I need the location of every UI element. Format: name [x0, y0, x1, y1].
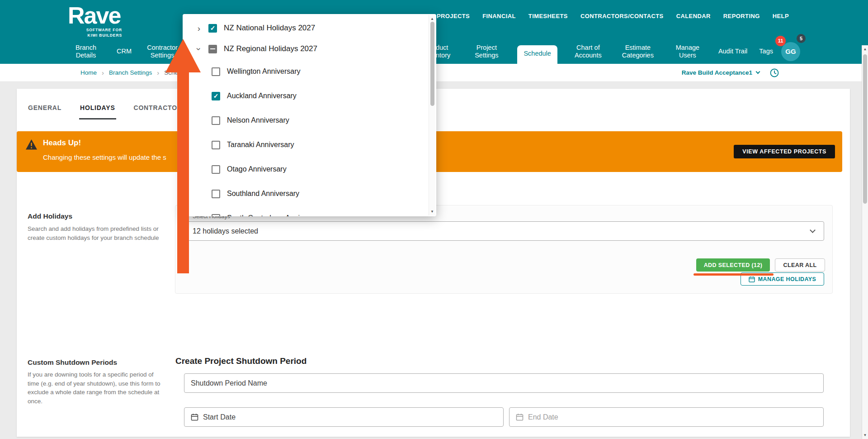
checkbox-unchecked-icon[interactable] [212, 141, 220, 149]
holiday-group-label: NZ Regional Holidays 2027 [224, 44, 317, 53]
subnav-item-contractor-settings[interactable]: Contractor Settings [143, 44, 181, 59]
chevron-right-icon[interactable]: › [193, 24, 204, 33]
subnav-item-audit-trail[interactable]: Audit Trail [718, 48, 747, 55]
page-scrollbar[interactable]: ▲ ▼ [862, 45, 868, 439]
main-nav: CRMPROJECTSFINANCIALTIMESHEETSCONTRACTOR… [410, 13, 789, 19]
scroll-down-icon[interactable]: ▼ [862, 433, 868, 437]
settings-tabs: GENERALHOLIDAYSCONTRACTORS [27, 104, 188, 119]
manage-holidays-calendar-icon [749, 276, 755, 282]
calendar-icon [191, 413, 198, 421]
add-holidays-description: Search and add holidays from predefined … [28, 224, 169, 242]
checkbox-checked-icon[interactable]: ✓ [208, 24, 217, 33]
brand-tagline: SOFTWARE FOR KIWI BUILDERS [68, 28, 122, 38]
manage-holidays-button[interactable]: MANAGE HOLIDAYS [741, 272, 824, 286]
subnav-item-estimate-categories[interactable]: Estimate Categories [619, 44, 657, 59]
checkbox-unchecked-icon[interactable] [212, 214, 220, 217]
banner-message: Changing these settings will update the … [43, 153, 166, 161]
scroll-up-icon[interactable]: ▲ [429, 17, 435, 21]
breadcrumb-item-home[interactable]: Home [80, 69, 97, 76]
main-nav-item-timesheets[interactable]: TIMESHEETS [528, 13, 568, 19]
end-date-input[interactable] [528, 413, 817, 421]
chevron-down-icon [810, 227, 816, 233]
chevron-down-icon [756, 70, 760, 74]
subnav-item-branch-details[interactable]: Branch Details [67, 44, 105, 59]
subnav-item-manage-users[interactable]: Manage Users [669, 44, 707, 59]
shutdown-name-field[interactable] [184, 373, 824, 393]
main-nav-item-contractors-contacts[interactable]: CONTRACTORS/CONTACTS [580, 13, 664, 19]
user-avatar[interactable]: GG 11 5 [781, 42, 800, 61]
end-date-field[interactable] [509, 407, 824, 427]
dropdown-scrollbar[interactable]: ▲ ▼ [429, 15, 435, 215]
checkbox-checked-icon[interactable]: ✓ [212, 92, 220, 100]
banner-title: Heads Up! [43, 138, 81, 148]
page-scrollbar-thumb[interactable] [863, 54, 867, 204]
subnav-item-crm[interactable]: CRM [117, 48, 132, 55]
main-nav-item-calendar[interactable]: CALENDAR [676, 13, 711, 19]
holiday-option-row-southland-anniversary[interactable]: Southland Anniversary [183, 181, 436, 206]
rave-logo: Rave SOFTWARE FOR KIWI BUILDERS [68, 4, 122, 38]
main-nav-item-projects[interactable]: PROJECTS [437, 13, 470, 19]
checkbox-unchecked-icon[interactable] [212, 67, 220, 76]
holiday-option-label: Nelson Anniversary [227, 116, 289, 124]
checkbox-unchecked-icon[interactable] [212, 190, 220, 198]
chevron-down-icon[interactable]: › [195, 43, 203, 54]
holiday-option-label: Wellington Anniversary [227, 67, 300, 76]
brand-tagline-line2: KIWI BUILDERS [68, 33, 122, 38]
holiday-option-label: Southland Anniversary [227, 190, 299, 198]
holiday-option-row-auckland-anniversary[interactable]: ✓Auckland Anniversary [183, 84, 436, 108]
subnav-item-project-settings[interactable]: Project Settings [467, 44, 505, 59]
clear-all-button[interactable]: CLEAR ALL [775, 258, 825, 272]
subnav-item-tags[interactable]: Tags [759, 48, 773, 55]
breadcrumb-item-branch-settings[interactable]: Branch Settings [109, 69, 152, 76]
checkbox-indeterminate-icon[interactable] [208, 45, 217, 53]
holidays-select[interactable]: 12 holidays selected [184, 221, 824, 241]
holiday-group-row-nz-national-holidays-2027[interactable]: ›✓NZ National Holidays 2027 [183, 18, 436, 38]
shutdown-section-title: Custom Shutdown Periods [28, 358, 117, 367]
holiday-option-row-south-canterbury-anniversary[interactable]: South Canterbury Anniversary [183, 206, 436, 216]
holiday-option-label: South Canterbury Anniversary [227, 214, 323, 216]
project-selector[interactable]: Rave Build Acceptance1 [682, 69, 760, 76]
checkbox-unchecked-icon[interactable] [212, 116, 220, 125]
holiday-option-row-wellington-anniversary[interactable]: Wellington Anniversary [183, 59, 436, 84]
holiday-option-label: Otago Anniversary [227, 165, 287, 173]
tab-general[interactable]: GENERAL [27, 104, 62, 119]
tab-holidays[interactable]: HOLIDAYS [79, 104, 116, 119]
add-holidays-panel: Select Holidays 12 holidays selected ADD… [175, 205, 833, 294]
holidays-select-value: 12 holidays selected [193, 227, 811, 235]
holiday-dropdown-rows: ›✓NZ National Holidays 2027›NZ Regional … [183, 18, 436, 216]
holiday-option-label: Taranaki Anniversary [227, 141, 294, 149]
add-holidays-title: Add Holidays [28, 212, 72, 220]
manage-holidays-label: MANAGE HOLIDAYS [758, 276, 816, 282]
holiday-option-row-otago-anniversary[interactable]: Otago Anniversary [183, 157, 436, 181]
breadcrumb-separator-icon: › [157, 69, 159, 76]
holiday-option-row-taranaki-anniversary[interactable]: Taranaki Anniversary [183, 133, 436, 157]
warning-icon [25, 139, 38, 150]
add-selected-button[interactable]: ADD SELECTED (12) [696, 258, 770, 272]
subnav-item-schedule[interactable]: Schedule [517, 45, 557, 64]
main-nav-item-reporting[interactable]: REPORTING [723, 13, 760, 19]
breadcrumb-right-cluster: Rave Build Acceptance1 [682, 68, 779, 78]
calendar-icon [516, 413, 524, 421]
tab-contractors[interactable]: CONTRACTORS [133, 104, 188, 119]
scroll-down-icon[interactable]: ▼ [429, 210, 435, 214]
breadcrumb: Home›Branch Settings›Schedule [80, 69, 190, 76]
main-nav-item-help[interactable]: HELP [773, 13, 789, 19]
start-date-field[interactable] [184, 407, 504, 427]
clock-icon[interactable] [769, 68, 779, 78]
main-nav-item-financial[interactable]: FINANCIAL [482, 13, 516, 19]
holiday-option-row-nelson-anniversary[interactable]: Nelson Anniversary [183, 108, 436, 133]
project-selector-label: Rave Build Acceptance1 [682, 69, 752, 76]
holiday-group-row-nz-regional-holidays-2027[interactable]: ›NZ Regional Holidays 2027 [183, 38, 436, 59]
view-affected-projects-button[interactable]: VIEW AFFECTED PROJECTS [734, 145, 835, 158]
shutdown-name-input[interactable] [191, 379, 817, 387]
checkbox-unchecked-icon[interactable] [212, 165, 220, 174]
notification-badge: 11 [775, 36, 786, 46]
dropdown-scrollbar-thumb[interactable] [430, 22, 434, 106]
subnav-item-chart-of-accounts[interactable]: Chart of Accounts [569, 44, 607, 59]
shutdown-form-title: Create Project Shutdown Period [175, 356, 307, 366]
holiday-group-label: NZ National Holidays 2027 [224, 24, 315, 33]
scroll-up-icon[interactable]: ▲ [862, 47, 868, 51]
shutdown-section-description: If you are downing tools for a specific … [28, 370, 163, 406]
start-date-input[interactable] [203, 413, 497, 421]
secondary-badge: 5 [797, 34, 806, 43]
